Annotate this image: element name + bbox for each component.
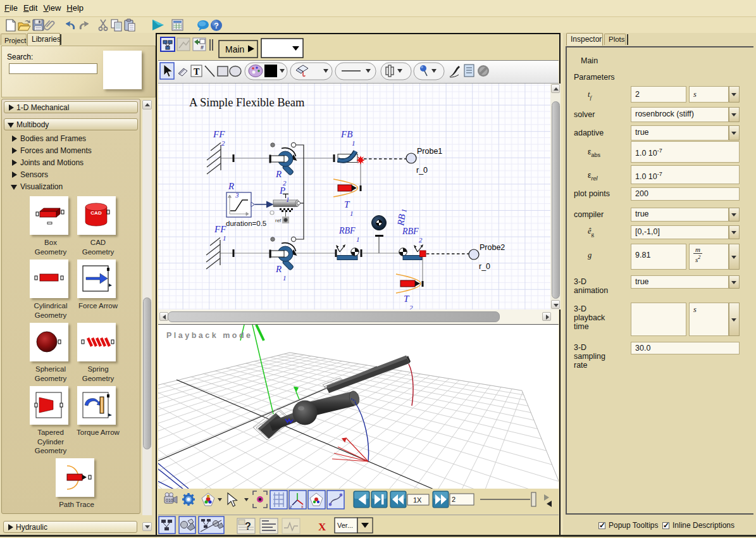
svg-text:R: R [228,181,234,191]
svg-text:RB: RB [395,213,407,227]
svg-text:2: 2 [409,304,413,310]
svg-text:1: 1 [350,210,354,217]
svg-text:2: 2 [419,236,423,244]
svg-text:duration=0.5: duration=0.5 [226,220,266,227]
svg-text:2: 2 [221,139,225,147]
svg-text:1: 1 [286,196,290,203]
svg-text:z: z [290,504,292,509]
svg-text:T: T [194,67,200,77]
svg-text:Playback mode: Playback mode [166,331,253,340]
svg-text:FB: FB [340,129,352,139]
svg-text:CAD: CAD [90,210,102,216]
svg-text:r_0: r_0 [416,166,428,175]
svg-text:R: R [275,264,282,274]
svg-text:FF: FF [214,224,226,234]
svg-text:1X: 1X [413,496,422,504]
svg-text:ref: ref [275,218,282,223]
svg-text:Probe1: Probe1 [417,147,442,156]
svg-text:RBF: RBF [338,226,356,235]
svg-text:1: 1 [283,274,287,282]
svg-text:Main: Main [225,44,244,54]
svg-text:x: x [301,504,304,509]
svg-text:1: 1 [352,139,356,147]
svg-text:1: 1 [223,234,226,242]
svg-text:?: ? [214,21,219,30]
svg-text:3: 3 [235,191,239,199]
svg-text:P: P [279,185,285,196]
svg-text:?: ? [245,521,251,532]
svg-text:RBF: RBF [402,227,419,236]
svg-text:FF: FF [213,129,225,139]
svg-text:Ver...: Ver... [337,522,353,529]
svg-text:#: # [201,44,204,51]
svg-text:1: 1 [356,235,360,243]
svg-text:A Simple Flexible Beam: A Simple Flexible Beam [189,96,305,109]
svg-text:010: 010 [166,498,173,503]
svg-text:r_0: r_0 [479,262,490,271]
svg-text:Probe2: Probe2 [480,243,505,252]
svg-text:R: R [275,169,282,179]
svg-text:X: X [318,521,326,533]
svg-text:2: 2 [452,496,455,503]
